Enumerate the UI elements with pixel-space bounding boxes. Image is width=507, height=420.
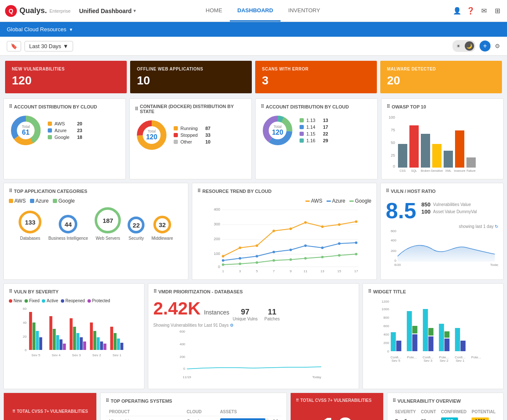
sub-header-arrow[interactable]: ▾ (70, 27, 72, 33)
moon-icon[interactable]: 🌙 (465, 41, 474, 51)
stats-row: NEW VULNERABILITIES 120 OFFLINE WEB APPL… (0, 56, 507, 98)
svg-rect-131 (412, 334, 417, 351)
grid-icon-5: ⠿ (9, 188, 12, 194)
svg-rect-89 (36, 331, 39, 350)
legend-aws-cat: AWS (9, 198, 26, 204)
svg-rect-87 (29, 312, 32, 350)
apps-icon[interactable]: ⊞ (493, 7, 502, 15)
svg-text:Sev 1: Sev 1 (113, 353, 122, 357)
row5-grid: ⠿ TOTAL CVSS 7+ VULNERABILITIES 10 ⠿ TOP… (0, 393, 507, 420)
vmdr-unique: 97 Unique Vulns (233, 308, 258, 321)
nav-dashboard[interactable]: DASHBOARD (230, 0, 281, 22)
svg-text:7: 7 (273, 269, 275, 273)
svg-text:9: 9 (290, 269, 292, 273)
date-filter-button[interactable]: Last 30 Days ▼ (25, 41, 73, 51)
grid-icon-10: ⠿ (368, 289, 371, 294)
svg-point-44 (273, 230, 275, 232)
svg-text:Sev 2: Sev 2 (93, 353, 101, 357)
showing-note: showing last 1 day ↻ (386, 224, 498, 229)
svg-rect-97 (73, 327, 76, 350)
container-dist-chart: Total 120 Running 87 Stopped 33 Other (135, 118, 246, 152)
row3-grid: ⠿ VULN BY SEVERITY New Fixed Active Reop… (0, 283, 507, 393)
legend-google: Google 18 (48, 135, 82, 140)
vuln-ratio-chart: 600 400 200 0 6/20 Today (386, 229, 498, 267)
vuln-severity-title: ⠿ VULN BY SEVERITY (9, 289, 139, 294)
user-icon[interactable]: 👤 (453, 7, 461, 15)
svg-text:13: 13 (321, 269, 324, 273)
vuln-ratio-widget: ⠿ VULN / HOST RATIO 8.5 850 Vulnerabilit… (380, 183, 504, 280)
svg-rect-94 (60, 339, 63, 350)
top-os-widget: ⠿ TOP OPERATING SYSTEMS PRODUCT CLOUD AS… (100, 393, 287, 420)
svg-text:Insecure: Insecure (454, 169, 466, 172)
ov-severity: Sev 5 (393, 416, 418, 420)
svg-text:0: 0 (218, 265, 220, 269)
svg-point-57 (338, 242, 341, 245)
bookmark-button[interactable]: 🔖 (7, 41, 21, 51)
dashboard-title[interactable]: Unified Dashboard ▾ (79, 8, 135, 14)
theme-toggle: ☀ 🌙 (452, 40, 475, 52)
filter-right: ☀ 🌙 + ⚙ (452, 40, 500, 52)
svg-rect-132 (412, 326, 417, 333)
svg-text:3: 3 (239, 269, 241, 273)
legend-1-15: 1.15 22 (300, 131, 328, 136)
filter-left: 🔖 Last 30 Days ▼ (7, 41, 73, 51)
svg-point-47 (321, 225, 324, 228)
os-assets: 14 (217, 416, 281, 420)
ov-col-count: COUNT (418, 408, 439, 416)
svg-text:400: 400 (180, 342, 185, 346)
account-dist-1-chart: Total 61 AWS 20 Azure 23 Google (9, 114, 120, 147)
svg-point-65 (321, 256, 324, 258)
svg-point-54 (289, 249, 292, 251)
os-product: Ubuntu Linux (106, 416, 183, 420)
refresh-icon[interactable]: ↻ (495, 224, 498, 229)
add-widget-button[interactable]: + (480, 41, 491, 51)
svg-text:Today: Today (490, 263, 498, 267)
legend-running: Running 87 (174, 126, 210, 131)
sun-icon[interactable]: ☀ (454, 41, 463, 51)
stat-label-4: MALWARE DETECTED (387, 67, 495, 71)
owasp-title: ⠿ OWASP TOP 10 (387, 104, 498, 109)
svg-rect-105 (104, 344, 106, 350)
widget-title-chart: 1200 1000 800 600 400 200 0 (368, 298, 498, 374)
svg-text:200: 200 (391, 249, 397, 253)
svg-rect-134 (428, 336, 433, 351)
dashboard-dropdown-arrow[interactable]: ▾ (134, 8, 136, 13)
svg-text:400: 400 (391, 238, 397, 242)
vmdr-note: Showing Vulnerabilities for Last 91 Days… (153, 323, 354, 328)
row2-grid: ⠿ TOP APPLICATION CATEGORIES AWS Azure G… (0, 183, 507, 283)
svg-rect-18 (432, 144, 442, 168)
donut-2: Total 120 (135, 118, 169, 152)
svg-rect-101 (90, 322, 93, 350)
svg-text:400: 400 (214, 207, 220, 211)
grid-icon-12: ⠿ (106, 398, 109, 404)
svg-text:1000: 1000 (382, 307, 389, 311)
legend-google-cat: Google (53, 198, 75, 204)
svg-rect-95 (63, 344, 66, 350)
help-icon[interactable]: ❓ (466, 7, 475, 15)
os-table-row: Ubuntu Linux Google 14 (106, 416, 281, 420)
svg-text:Pote...: Pote... (407, 355, 417, 359)
os-cloud: Google (183, 416, 217, 420)
svg-text:Sensitive: Sensitive (431, 169, 443, 172)
mail-icon[interactable]: ✉ (480, 7, 488, 15)
grid-icon-3: ⠿ (261, 104, 264, 109)
svg-text:0: 0 (387, 350, 390, 353)
widget-title-label: ⠿ WIDGET TITLE (368, 289, 498, 294)
stat-label-2: OFFLINE WEB APPLICATIONS (137, 67, 245, 71)
svg-text:XML: XML (445, 169, 452, 172)
ov-col-potential: POTENTIAL (469, 408, 498, 416)
svg-text:1: 1 (222, 269, 224, 273)
legend-1-14: 1.14 17 (300, 125, 328, 130)
container-dist-widget: ⠿ CONTAINER (DOCKER) DISTRIBUTION BY STA… (129, 98, 252, 179)
nav-home[interactable]: HOME (198, 0, 230, 22)
nav-inventory[interactable]: INVENTORY (281, 0, 327, 22)
vmdr-refresh-icon[interactable]: ⚙ (230, 323, 234, 328)
svg-point-51 (239, 257, 241, 260)
header: Q Qualys. Enterprise Unified Dashboard ▾… (0, 0, 507, 22)
grid-icon-4: ⠿ (387, 104, 390, 109)
settings-button[interactable]: ⚙ (495, 43, 500, 49)
svg-point-50 (222, 259, 224, 262)
svg-point-56 (321, 247, 324, 249)
header-icons: 👤 ❓ ✉ ⊞ (453, 7, 502, 15)
ov-confirmed: 155 (439, 416, 469, 420)
